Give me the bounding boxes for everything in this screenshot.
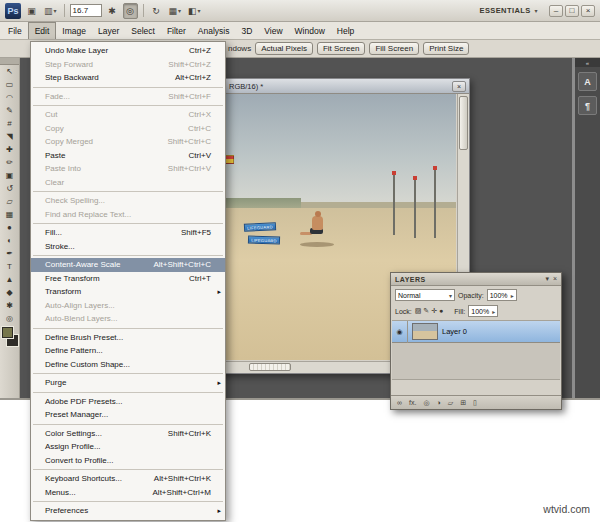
layers-panel-header[interactable]: LAYERS ▾ × — [391, 273, 561, 286]
blur-tool[interactable]: ● — [0, 221, 19, 234]
edit-menu-item[interactable] — [33, 501, 223, 502]
edit-menu-item[interactable]: Convert to Profile... — [31, 454, 225, 468]
edit-menu-item[interactable]: Fade... Shift+Ctrl+F — [31, 90, 225, 104]
view-extras-button[interactable]: ▥ ▾ — [42, 3, 59, 19]
panel-menu-icon[interactable]: ▾ — [545, 275, 549, 283]
workspace-switcher[interactable]: ESSENTIALS ▾ — [479, 6, 538, 15]
edit-menu-item[interactable]: Color Settings... Shift+Ctrl+K — [31, 427, 225, 441]
edit-menu-item[interactable]: Clear — [31, 176, 225, 190]
menu-layer[interactable]: Layer — [92, 22, 125, 39]
edit-menu-item[interactable] — [33, 392, 223, 393]
hand-tool[interactable]: ✱ — [0, 299, 19, 312]
menu-3d[interactable]: 3D — [235, 22, 258, 39]
edit-menu-item[interactable]: Content-Aware Scale Alt+Shift+Ctrl+C — [31, 258, 225, 272]
edit-menu-item[interactable]: Purge — [31, 376, 225, 390]
layer-mask-icon[interactable]: ◎ — [423, 399, 429, 407]
edit-menu-item[interactable]: Keyboard Shortcuts... Alt+Shift+Ctrl+K — [31, 472, 225, 486]
menu-window[interactable]: Window — [289, 22, 331, 39]
edit-menu-item[interactable]: Assign Profile... — [31, 440, 225, 454]
layer-group-icon[interactable]: ▱ — [448, 399, 453, 407]
launch-bridge-button[interactable]: ▣ — [24, 3, 39, 19]
paragraph-panel-button[interactable]: ¶ — [578, 96, 597, 115]
foreground-color-swatch[interactable] — [2, 327, 13, 338]
type-tool[interactable]: T — [0, 260, 19, 273]
adjustment-layer-icon[interactable]: ◑ — [437, 399, 441, 406]
crop-tool[interactable]: # — [0, 117, 19, 130]
new-layer-icon[interactable]: ⊞ — [460, 399, 466, 407]
menu-select[interactable]: Select — [125, 22, 161, 39]
edit-menu-item[interactable]: Adobe PDF Presets... — [31, 395, 225, 409]
delete-layer-icon[interactable]: ▯ — [473, 399, 477, 407]
path-selection-tool[interactable]: ▲ — [0, 273, 19, 286]
panel-close-icon[interactable]: × — [553, 275, 557, 283]
edit-menu-item[interactable]: Auto-Blend Layers... — [31, 312, 225, 326]
edit-menu-item[interactable]: Define Pattern... — [31, 344, 225, 358]
layer-row-selected[interactable]: ◉ Layer 0 — [392, 321, 560, 343]
print-size-button[interactable]: Print Size — [423, 42, 469, 55]
document-close-button[interactable]: × — [452, 81, 466, 92]
menu-analysis[interactable]: Analysis — [192, 22, 236, 39]
tools-panel-grip[interactable] — [0, 58, 19, 65]
pen-tool[interactable]: ✒ — [0, 247, 19, 260]
gradient-tool[interactable]: ▦ — [0, 208, 19, 221]
edit-menu-item[interactable]: Step Backward Alt+Ctrl+Z — [31, 71, 225, 85]
actual-pixels-button[interactable]: Actual Pixels — [255, 42, 313, 55]
edit-menu-item[interactable]: Menus... Alt+Shift+Ctrl+M — [31, 486, 225, 500]
layer-style-icon[interactable]: fx. — [409, 399, 416, 406]
edit-menu-item[interactable]: Step Forward Shift+Ctrl+Z — [31, 58, 225, 72]
menu-edit[interactable]: Edit — [28, 22, 57, 39]
edit-menu-item[interactable]: Check Spelling... — [31, 194, 225, 208]
history-brush-tool[interactable]: ↺ — [0, 182, 19, 195]
blend-mode-select[interactable]: Normal ▾ — [395, 289, 455, 301]
edit-menu-item[interactable]: Copy Merged Shift+Ctrl+C — [31, 135, 225, 149]
edit-menu-item[interactable]: Paste Ctrl+V — [31, 149, 225, 163]
clone-stamp-tool[interactable]: ▣ — [0, 169, 19, 182]
lock-transparency-icon[interactable]: ▨ — [415, 307, 422, 315]
zoom-tool[interactable]: ◎ — [0, 312, 19, 325]
layer-visibility-toggle[interactable]: ◉ — [392, 321, 408, 343]
edit-menu-item[interactable] — [33, 87, 223, 88]
opacity-value-field[interactable]: 100% ▸ — [487, 289, 517, 301]
edit-menu-item[interactable] — [33, 223, 223, 224]
edit-menu-item[interactable]: Auto-Align Layers... — [31, 299, 225, 313]
edit-menu-item[interactable]: Paste Into Shift+Ctrl+V — [31, 162, 225, 176]
screen-mode-button[interactable]: ◧ ▾ — [186, 3, 203, 19]
menu-view[interactable]: View — [258, 22, 288, 39]
marquee-tool[interactable]: ▭ — [0, 78, 19, 91]
menu-image[interactable]: Image — [56, 22, 92, 39]
edit-menu-item[interactable]: Transform — [31, 285, 225, 299]
fill-value-field[interactable]: 100% ▸ — [468, 305, 498, 317]
edit-menu-item[interactable]: Preferences — [31, 504, 225, 518]
zoom-tool-button[interactable]: ◎ — [123, 3, 138, 19]
minimize-button[interactable]: – — [549, 5, 563, 17]
link-layers-icon[interactable]: ∞ — [397, 399, 402, 406]
move-tool[interactable]: ↖ — [0, 65, 19, 78]
edit-menu-item[interactable]: Find and Replace Text... — [31, 208, 225, 222]
quick-selection-tool[interactable]: ✎ — [0, 104, 19, 117]
edit-menu-item[interactable] — [33, 191, 223, 192]
fill-screen-button[interactable]: Fill Screen — [369, 42, 419, 55]
fit-screen-button[interactable]: Fit Screen — [317, 42, 365, 55]
hand-tool-button[interactable]: ✱ — [105, 3, 120, 19]
edit-menu-item[interactable]: Free Transform Ctrl+T — [31, 272, 225, 286]
arrange-documents-button[interactable]: ▦ ▾ — [167, 3, 184, 19]
edit-menu-item[interactable]: Define Custom Shape... — [31, 358, 225, 372]
maximize-button[interactable]: □ — [565, 5, 579, 17]
edit-menu-item[interactable]: Fill... Shift+F5 — [31, 226, 225, 240]
character-panel-button[interactable]: A — [578, 72, 597, 91]
edit-menu-item[interactable] — [33, 469, 223, 470]
healing-brush-tool[interactable]: ✚ — [0, 143, 19, 156]
edit-menu-item[interactable] — [33, 373, 223, 374]
rotate-view-button[interactable]: ↻ — [149, 3, 164, 19]
layer-thumbnail[interactable] — [412, 323, 438, 340]
lasso-tool[interactable]: ◠ — [0, 91, 19, 104]
zoom-level-input[interactable]: 16.7 — [70, 4, 102, 17]
edit-menu-item[interactable]: Cut Ctrl+X — [31, 108, 225, 122]
menu-file[interactable]: File — [2, 22, 28, 39]
close-button[interactable]: × — [581, 5, 595, 17]
edit-menu-item[interactable]: Define Brush Preset... — [31, 331, 225, 345]
horizontal-scroll-thumb[interactable] — [249, 363, 291, 371]
edit-menu-item[interactable]: Copy Ctrl+C — [31, 122, 225, 136]
lock-image-icon[interactable]: ✎ — [423, 307, 429, 315]
eraser-tool[interactable]: ▱ — [0, 195, 19, 208]
